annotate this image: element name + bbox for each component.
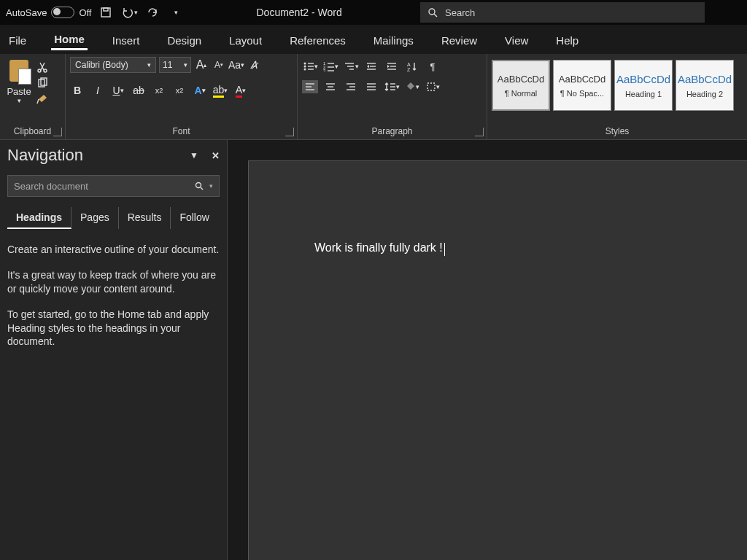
tab-mailings[interactable]: Mailings bbox=[371, 30, 417, 50]
font-name-combo[interactable]: Calibri (Body)▾ bbox=[70, 57, 156, 73]
font-size-value: 11 bbox=[163, 60, 172, 70]
format-painter-icon[interactable] bbox=[36, 93, 50, 105]
nav-search-input[interactable]: Search document ▾ bbox=[7, 175, 220, 197]
style-normal[interactable]: AaBbCcDd ¶ Normal bbox=[492, 60, 550, 111]
autosave-label: AutoSave bbox=[6, 7, 47, 18]
justify-icon[interactable] bbox=[363, 80, 379, 93]
chevron-down-icon: ▾ bbox=[134, 9, 138, 16]
bullets-icon[interactable]: ▾ bbox=[302, 60, 318, 73]
svg-point-10 bbox=[303, 66, 306, 68]
document-title: Document2 - Word bbox=[256, 7, 341, 18]
multilevel-list-icon[interactable]: ▾ bbox=[343, 60, 359, 73]
style-preview: AaBbCcDd bbox=[559, 74, 605, 85]
dialog-launcher-icon[interactable] bbox=[475, 128, 484, 136]
title-bar: AutoSave Off ▾ ▾ Document2 - Word Search bbox=[0, 0, 747, 25]
align-left-icon[interactable] bbox=[302, 80, 318, 93]
tab-layout[interactable]: Layout bbox=[226, 30, 265, 50]
undo-icon[interactable]: ▾ bbox=[120, 4, 138, 21]
align-right-icon[interactable] bbox=[343, 80, 359, 93]
subscript-button[interactable]: x2 bbox=[152, 83, 166, 98]
bold-button[interactable]: B bbox=[70, 83, 85, 98]
ribbon-tabs: File Home Insert Design Layout Reference… bbox=[0, 25, 747, 54]
underline-button[interactable]: U▾ bbox=[111, 83, 125, 98]
style-heading2[interactable]: AaBbCcDd Heading 2 bbox=[676, 60, 734, 111]
document-body-text[interactable]: Work is finally fully dark ! bbox=[314, 241, 443, 254]
increase-indent-icon[interactable] bbox=[384, 60, 400, 73]
group-label: Paragraph bbox=[302, 125, 482, 138]
search-placeholder: Search bbox=[445, 7, 475, 18]
tab-review[interactable]: Review bbox=[438, 30, 480, 50]
search-input[interactable]: Search bbox=[420, 2, 705, 23]
shading-icon[interactable]: ▾ bbox=[404, 80, 420, 93]
chevron-down-icon: ▾ bbox=[184, 61, 187, 69]
text-effects-icon[interactable]: A▾ bbox=[193, 83, 207, 98]
ribbon: Paste ▾ Clipboard Calibri (Body)▾ 11▾ A▴ bbox=[0, 54, 747, 140]
save-icon[interactable] bbox=[97, 4, 115, 21]
svg-point-8 bbox=[303, 63, 306, 65]
group-label: Clipboard bbox=[4, 125, 61, 138]
svg-point-12 bbox=[303, 69, 306, 71]
nav-tabs: Headings Pages Results Follow bbox=[7, 207, 220, 230]
navigation-title: Navigation bbox=[7, 146, 83, 165]
redo-icon[interactable] bbox=[144, 4, 161, 21]
nav-tab-results[interactable]: Results bbox=[119, 207, 171, 229]
font-color-icon[interactable]: A▾ bbox=[233, 83, 248, 98]
paste-icon bbox=[9, 60, 28, 82]
group-clipboard: Paste ▾ Clipboard bbox=[0, 54, 66, 139]
tab-view[interactable]: View bbox=[502, 30, 531, 50]
autosave-state: Off bbox=[79, 7, 91, 18]
strikethrough-button[interactable]: ab bbox=[131, 83, 146, 98]
italic-button[interactable]: I bbox=[90, 83, 105, 98]
svg-point-4 bbox=[38, 69, 41, 72]
paste-label: Paste bbox=[7, 86, 31, 97]
nav-tab-headings[interactable]: Headings bbox=[7, 207, 71, 229]
borders-icon[interactable]: ▾ bbox=[425, 80, 441, 93]
highlight-color-icon[interactable]: ab▾ bbox=[213, 83, 228, 98]
svg-line-48 bbox=[201, 187, 203, 190]
style-no-spacing[interactable]: AaBbCcDd ¶ No Spac... bbox=[553, 60, 611, 111]
clear-formatting-icon[interactable]: A̷ bbox=[247, 58, 261, 72]
copy-icon[interactable] bbox=[36, 77, 48, 89]
align-center-icon[interactable] bbox=[322, 80, 338, 93]
chevron-down-icon[interactable]: ▼ bbox=[190, 150, 198, 161]
dialog-launcher-icon[interactable] bbox=[285, 128, 294, 136]
dialog-launcher-icon[interactable] bbox=[53, 128, 62, 136]
change-case-icon[interactable]: Aa▾ bbox=[229, 58, 244, 72]
text-cursor bbox=[444, 243, 445, 256]
autosave-toggle[interactable]: AutoSave Off bbox=[6, 7, 91, 18]
chevron-down-icon[interactable]: ▾ bbox=[209, 182, 213, 190]
close-icon[interactable]: ✕ bbox=[212, 150, 220, 161]
superscript-button[interactable]: x2 bbox=[172, 83, 187, 98]
cut-icon[interactable] bbox=[36, 61, 48, 73]
tab-home[interactable]: Home bbox=[51, 28, 88, 50]
tab-insert[interactable]: Insert bbox=[109, 30, 143, 50]
tab-design[interactable]: Design bbox=[164, 30, 204, 50]
group-paragraph: ▾ 123▾ ▾ AZ ¶ ▾ ▾ ▾ Paragraph bbox=[298, 54, 487, 139]
style-preview: AaBbCcDd bbox=[616, 73, 670, 85]
main-area: Navigation ▼ ✕ Search document ▾ Heading… bbox=[0, 140, 747, 560]
shrink-font-icon[interactable]: A▾ bbox=[212, 58, 226, 72]
show-marks-icon[interactable]: ¶ bbox=[425, 60, 441, 73]
tab-file[interactable]: File bbox=[6, 30, 29, 50]
decrease-indent-icon[interactable] bbox=[363, 60, 379, 73]
toggle-switch[interactable] bbox=[51, 7, 74, 18]
customize-qat-icon[interactable]: ▾ bbox=[167, 4, 185, 21]
group-font: Calibri (Body)▾ 11▾ A▴ A▾ Aa▾ A̷ B I U▾ … bbox=[66, 54, 298, 139]
nav-tab-follow[interactable]: Follow bbox=[171, 207, 217, 229]
numbering-icon[interactable]: 123▾ bbox=[322, 60, 338, 73]
font-size-combo[interactable]: 11▾ bbox=[159, 57, 191, 73]
line-spacing-icon[interactable]: ▾ bbox=[384, 80, 400, 93]
nav-tab-pages[interactable]: Pages bbox=[71, 207, 119, 229]
tab-help[interactable]: Help bbox=[553, 30, 581, 50]
tab-references[interactable]: References bbox=[287, 30, 349, 50]
svg-point-47 bbox=[196, 183, 201, 188]
document-area[interactable]: Work is finally fully dark ! bbox=[228, 140, 747, 560]
document-page[interactable]: Work is finally fully dark ! bbox=[248, 160, 747, 560]
sort-icon[interactable]: AZ bbox=[404, 60, 420, 73]
nav-hint-line: It's a great way to keep track of where … bbox=[7, 268, 220, 296]
font-name-value: Calibri (Body) bbox=[75, 60, 128, 70]
paste-button[interactable]: Paste ▾ bbox=[4, 57, 34, 104]
style-heading1[interactable]: AaBbCcDd Heading 1 bbox=[614, 60, 673, 111]
chevron-down-icon: ▾ bbox=[18, 97, 21, 104]
grow-font-icon[interactable]: A▴ bbox=[194, 58, 209, 72]
